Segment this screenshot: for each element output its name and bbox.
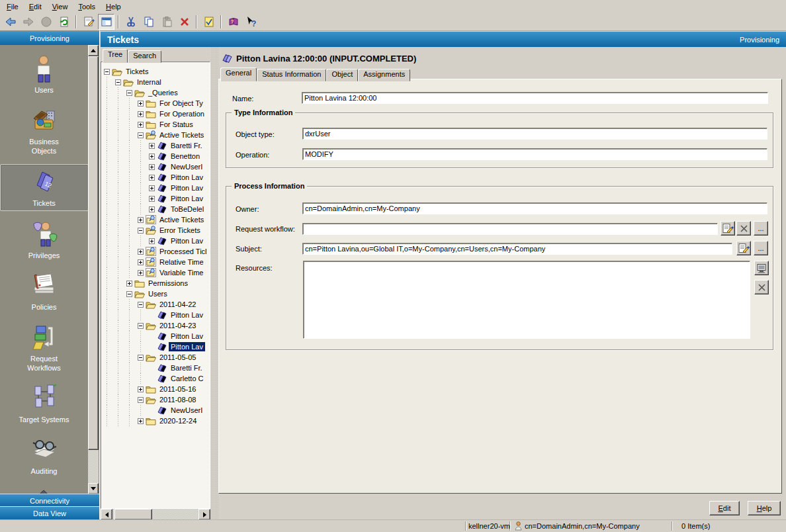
tab-search[interactable]: Search — [128, 50, 161, 63]
sidebar-item-target-systems[interactable]: Target Systems — [1, 381, 88, 427]
tree-toggle-plus[interactable] — [149, 238, 155, 244]
tree-node-label[interactable]: 2011-08-08 — [157, 395, 198, 404]
tree-node-label[interactable]: Baretti Fr. — [169, 141, 204, 150]
tree-toggle-plus[interactable] — [149, 164, 155, 170]
resources-view-button[interactable] — [754, 261, 769, 275]
tree-node-label[interactable]: Pitton Lav — [169, 236, 205, 245]
subject-edit-button[interactable] — [736, 241, 751, 255]
request-workflow-browse-button[interactable]: ... — [754, 221, 768, 236]
tree-toggle-minus[interactable] — [126, 90, 132, 96]
tree-toggle-minus[interactable] — [138, 355, 144, 361]
scrollbar-track[interactable] — [88, 56, 99, 483]
tree-toggle-minus[interactable] — [138, 132, 144, 138]
tree-node-label[interactable]: Processed Ticl — [157, 247, 209, 256]
tree-node-label[interactable]: Pitton Lav — [169, 173, 205, 182]
scroll-left-button[interactable] — [101, 509, 112, 520]
tree-node-label[interactable]: Pitton Lav — [169, 194, 205, 203]
tree-toggle-plus[interactable] — [138, 259, 144, 265]
menu-view[interactable]: View — [47, 1, 73, 13]
request-workflow-field[interactable] — [302, 223, 718, 235]
tree-toggle-plus[interactable] — [138, 101, 144, 107]
tab-object[interactable]: Object — [326, 69, 358, 81]
request-workflow-clear-button[interactable] — [736, 221, 751, 236]
tree-toggle-minus[interactable] — [138, 302, 144, 308]
tree-node-label[interactable]: Baretti Fr. — [169, 363, 204, 373]
tree-node-label[interactable]: ToBeDelel — [169, 204, 206, 214]
panel-splitter[interactable] — [210, 47, 218, 520]
tree-node-label[interactable]: 2011-04-23 — [157, 321, 198, 330]
sidebar-item-auditing[interactable]: Auditing — [1, 433, 88, 478]
edit-button[interactable]: Edit — [709, 501, 740, 515]
stop-button[interactable] — [38, 14, 54, 30]
sidebar-item-request-workflows[interactable]: Request Workflows — [1, 320, 88, 375]
tree-node-label[interactable]: _Queries — [146, 88, 180, 97]
tab-tree[interactable]: Tree — [103, 49, 128, 63]
tree-toggle-plus[interactable] — [149, 206, 155, 212]
menu-tools[interactable]: Tools — [73, 1, 101, 13]
cut-button[interactable] — [122, 14, 139, 30]
tree-toggle-plus[interactable] — [138, 418, 144, 424]
tab-general[interactable]: General — [220, 67, 257, 81]
sidebar-item-home[interactable] — [1, 484, 88, 494]
tree-toggle-minus[interactable] — [138, 228, 144, 234]
forward-button[interactable] — [20, 14, 36, 30]
tree-toggle-minus[interactable] — [104, 69, 110, 75]
tree-toggle-plus[interactable] — [138, 270, 144, 276]
tree-node-label[interactable]: Benetton — [169, 152, 202, 161]
menu-edit[interactable]: Edit — [24, 1, 47, 13]
tree-toggle-plus[interactable] — [126, 281, 132, 287]
resources-clear-button[interactable] — [754, 280, 769, 294]
tree-toggle-plus[interactable] — [149, 196, 155, 202]
tree-node-label[interactable]: Variable Time — [157, 268, 205, 277]
tree-node-label[interactable]: Relative Time — [157, 257, 206, 267]
tree-node-label[interactable]: Permissions — [146, 279, 190, 288]
tree-node-label[interactable]: Active Tickets — [157, 215, 206, 224]
tree-toggle-plus[interactable] — [138, 122, 144, 128]
operation-field[interactable] — [302, 148, 767, 160]
tree-node-label[interactable]: Pitton Lav — [169, 342, 205, 351]
owner-field[interactable] — [302, 202, 767, 214]
tree-toggle-plus[interactable] — [149, 154, 155, 159]
tree-node-label[interactable]: Internal — [135, 77, 163, 87]
tree-node-label[interactable]: 2020-12-24 — [157, 416, 198, 425]
sidebar-item-business-objects[interactable]: Business Objects — [1, 103, 88, 158]
tree-node-label[interactable]: Pitton Lav — [169, 332, 205, 341]
tree-node-label[interactable]: NewUserI — [169, 406, 204, 415]
tree-toggle-minus[interactable] — [138, 323, 144, 329]
subject-browse-button[interactable]: ... — [754, 241, 768, 255]
tree-toggle-plus[interactable] — [138, 386, 144, 392]
scroll-down-button[interactable] — [88, 483, 99, 494]
tree-toggle-minus[interactable] — [138, 397, 144, 403]
tree-toggle-plus[interactable] — [138, 217, 144, 223]
tree-node-label[interactable]: Pitton Lav — [169, 310, 205, 320]
tree-toggle-plus[interactable] — [149, 143, 155, 149]
tree-node-label[interactable]: NewUserI — [169, 162, 204, 171]
menu-help[interactable]: Help — [101, 1, 126, 13]
scrollbar-thumb[interactable] — [114, 509, 152, 520]
tree-node-label[interactable]: 2011-04-22 — [157, 300, 198, 309]
tree-horizontal-scrollbar[interactable] — [101, 509, 210, 520]
sidebar-group-connectivity[interactable]: Connectivity — [0, 494, 99, 508]
tree-toggle-minus[interactable] — [115, 79, 121, 85]
scroll-right-button[interactable] — [198, 509, 210, 520]
context-help-button[interactable]: ? — [243, 14, 259, 30]
sidebar-scrollbar[interactable] — [88, 45, 99, 494]
tree-node-label[interactable]: 2011-05-05 — [157, 353, 198, 362]
tree-node-label[interactable]: For Status — [157, 120, 195, 129]
sidebar-group-data-view[interactable]: Data View — [0, 506, 99, 520]
tree-node-label[interactable]: 2011-05-16 — [157, 384, 198, 394]
tree-toggle-minus[interactable] — [126, 291, 132, 297]
subject-field[interactable] — [302, 243, 732, 255]
sidebar-item-tickets[interactable]: 12Tickets — [0, 164, 88, 211]
scroll-up-button[interactable] — [88, 45, 99, 56]
back-button[interactable] — [2, 14, 19, 30]
delete-button[interactable] — [176, 14, 193, 30]
refresh-button[interactable] — [56, 14, 72, 30]
tree-toggle-plus[interactable] — [149, 175, 155, 181]
menu-file[interactable]: File — [1, 1, 24, 13]
request-workflow-view-button[interactable] — [720, 221, 735, 236]
properties-button[interactable] — [80, 14, 97, 30]
object-type-field[interactable] — [302, 128, 767, 140]
tree-node-label[interactable]: Carletto C — [169, 374, 206, 383]
tree-node-label[interactable]: Pitton Lav — [169, 183, 205, 193]
